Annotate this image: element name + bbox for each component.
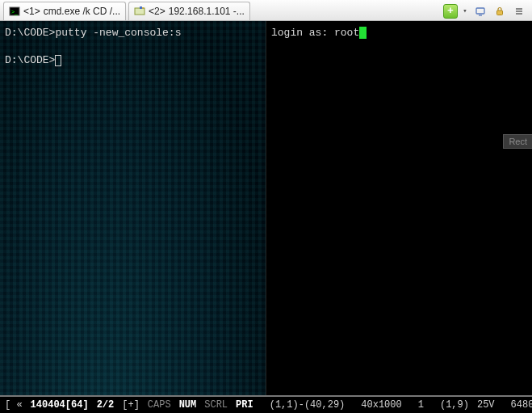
sb-right-num: 6480	[511, 399, 532, 411]
sb-caps: CAPS	[148, 399, 171, 411]
prompt-1: D:\CODE>	[5, 27, 55, 39]
pane-cmd[interactable]: D:\CODE>putty -new_console:s D:\CODE>	[0, 21, 266, 395]
cursor-right	[359, 27, 367, 39]
sb-scale: 25V	[477, 399, 495, 411]
tab-num: <2>	[149, 6, 165, 17]
login-value: root	[334, 27, 359, 39]
cursor-left	[55, 55, 61, 66]
terminal-output-left: D:\CODE>putty -new_console:s D:\CODE>	[0, 21, 266, 72]
login-label: login as:	[271, 27, 334, 39]
faint-rect-label: Rect	[503, 134, 532, 149]
svg-rect-2	[135, 8, 145, 15]
svg-rect-3	[140, 6, 142, 9]
tab-cmd[interactable]: >_ <1> cmd.exe /k CD /...	[3, 2, 126, 20]
sb-selection: (1,1)-(40,29)	[270, 399, 346, 411]
menu-button[interactable]	[511, 3, 527, 19]
tab-bar: >_ <1> cmd.exe /k CD /... <2> 192.168.1.…	[0, 0, 532, 21]
new-tab-dropdown[interactable]: ▾	[461, 4, 469, 19]
sb-timestamp: 140404[64]	[31, 399, 89, 411]
menu-icon	[513, 6, 525, 17]
tab-num: <1>	[23, 6, 40, 17]
status-bar: [ « 140404[64] 2/2 [+] CAPS NUM SCRL PRI…	[0, 395, 532, 413]
svg-rect-6	[497, 11, 503, 15]
split-container: D:\CODE>putty -new_console:s D:\CODE> lo…	[0, 21, 532, 395]
svg-rect-5	[476, 8, 484, 14]
sb-size: 40x1000	[361, 399, 401, 411]
sb-pri: PRI	[236, 399, 253, 411]
prompt-2: D:\CODE>	[5, 54, 55, 66]
plus-label: +	[447, 5, 454, 17]
svg-rect-4	[142, 7, 144, 9]
cmd-icon: >_	[9, 6, 20, 17]
sb-scrl: SCRL	[204, 399, 228, 411]
putty-icon	[134, 6, 145, 17]
terminal-output-right: login as: root	[266, 21, 532, 44]
tab-label: cmd.exe /k CD /...	[44, 6, 120, 17]
sb-cursor: (1,9)	[440, 399, 469, 411]
attach-button[interactable]	[472, 3, 488, 19]
command-1: putty -new_console:s	[55, 27, 181, 39]
toolbar-right: + ▾	[443, 2, 529, 20]
sb-one: 1	[418, 399, 424, 411]
tab-label: 192.168.1.101 -...	[169, 6, 245, 17]
new-tab-button[interactable]: +	[443, 4, 458, 19]
svg-text:>_: >_	[11, 9, 18, 15]
sb-plus[interactable]: [+]	[122, 399, 140, 411]
pane-background	[0, 21, 266, 395]
lock-icon	[494, 6, 505, 17]
sb-page: 2/2	[97, 399, 115, 411]
sb-left-marker: [ «	[5, 399, 23, 411]
monitor-icon	[475, 6, 486, 17]
pane-putty[interactable]: login as: root Rect	[266, 21, 532, 395]
lock-button[interactable]	[492, 3, 508, 19]
tab-putty[interactable]: <2> 192.168.1.101 -...	[128, 2, 250, 20]
sb-num: NUM	[179, 399, 197, 411]
